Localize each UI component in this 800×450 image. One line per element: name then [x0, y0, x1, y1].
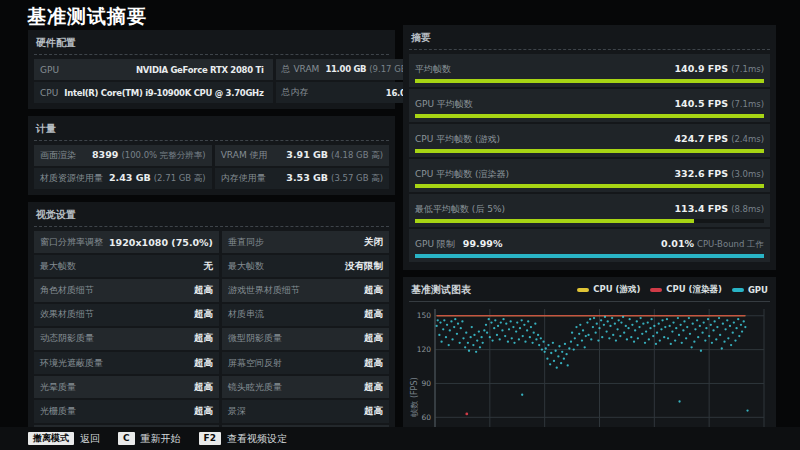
right-column: 摘要 平均帧数 140.9 FPS(7.1ms)	[403, 25, 776, 450]
setting-row: 角色材质细节 超高	[34, 279, 219, 301]
summary-label: 最低平均帧数 (后 5%)	[415, 204, 505, 214]
setting-row: 窗口分辨率调整 1920x1080 (75.0%)	[34, 231, 219, 253]
summary-label: CPU 平均帧数 (游戏)	[415, 134, 500, 144]
setting-row: 光栅质量 超高	[34, 400, 219, 422]
summary-value-note: (2.4ms)	[731, 134, 764, 144]
summary-value-note: (8.8ms)	[731, 204, 764, 214]
setting-value: 超高	[364, 332, 383, 345]
setting-value: 超高	[194, 405, 213, 418]
metrics-value: 3.53 GB(3.57 GB 高)	[286, 172, 383, 185]
footer-shortcut-label: 返回	[80, 432, 100, 446]
hardware-label: CPU	[40, 88, 58, 98]
legend-item: GPU	[732, 285, 768, 295]
legend-label: GPU	[748, 285, 768, 295]
summary-bar-track	[415, 114, 764, 118]
setting-value: 超高	[194, 357, 213, 370]
summary-value-note: (3.0ms)	[731, 169, 764, 179]
summary-value: 0.01%	[661, 238, 694, 249]
hardware-label: 总内存	[282, 86, 309, 99]
setting-value: 超高	[194, 308, 213, 321]
summary-label: GPU 平均帧数	[415, 99, 473, 109]
metrics-value-note: (3.57 GB 高)	[331, 173, 383, 183]
hardware-grid: GPU NVIDIA GeForce RTX 2080 Ti 总 VRAM 11…	[34, 59, 389, 103]
legend-label: CPU (渲染器)	[666, 284, 722, 296]
hardware-cell: CPU Intel(R) Core(TM) i9-10900K CPU @ 3.…	[34, 82, 273, 103]
setting-label: 环境光遮蔽质量	[40, 357, 103, 370]
metrics-grid: 画面渲染 8399(100.0% 完整分辨率) VRAM 使用 3.91 GB(…	[34, 145, 389, 189]
setting-row: 微型阴影质量 超高	[222, 328, 389, 350]
setting-row: 环境光遮蔽质量 超高	[34, 352, 219, 374]
setting-value: 超高	[194, 284, 213, 297]
metrics-panel: 计量 画面渲染 8399(100.0% 完整分辨率) VRAM 使用 3.91 …	[28, 116, 395, 195]
chart-title: 基准测试图表	[411, 283, 471, 297]
footer-items: 撤离模式 返回 C 重新开始 F2 查看视频设定	[28, 432, 287, 446]
setting-value: 1920x1080 (75.0%)	[109, 237, 213, 248]
benchmark-summary-screen: 基准测试摘要 硬件配置 GPU NVIDIA GeForce RTX 2080 …	[0, 0, 800, 450]
summary-bar	[415, 254, 764, 258]
metrics-label: 画面渲染	[40, 149, 76, 162]
summary-bar-track	[415, 79, 764, 83]
metrics-value-note: (2.71 GB 高)	[154, 173, 206, 183]
setting-row: 垂直同步 关闭	[222, 231, 389, 253]
summary-row: CPU 平均帧数 (游戏) 424.7 FPS(2.4ms)	[409, 124, 770, 157]
setting-label: 光晕质量	[40, 381, 76, 394]
legend-swatch-icon	[650, 288, 662, 293]
setting-row: 最大帧数 无	[34, 255, 219, 277]
summary-row: GPU 平均帧数 140.5 FPS(7.1ms)	[409, 89, 770, 122]
setting-row: 景深 超高	[222, 400, 389, 422]
footer-shortcut[interactable]: 撤离模式 返回	[28, 432, 100, 446]
hardware-panel: 硬件配置 GPU NVIDIA GeForce RTX 2080 Ti 总 VR…	[28, 30, 395, 109]
benchmark-chart-panel: 基准测试图表 CPU (游戏) CPU (渲染器)	[403, 277, 776, 450]
keycap[interactable]: 撤离模式	[28, 432, 74, 446]
footer-shortcut[interactable]: C 重新开始	[118, 432, 181, 446]
summary-value: 140.5 FPS	[674, 98, 728, 109]
keycap[interactable]: F2	[199, 432, 221, 446]
summary-label: GPU 限制	[415, 239, 455, 249]
setting-row: 动态阴影质量 超高	[34, 328, 219, 350]
metrics-label: 内存使用量	[221, 172, 266, 185]
legend-label: CPU (游戏)	[593, 284, 640, 296]
metrics-value: 3.91 GB(4.18 GB 高)	[286, 149, 383, 162]
footer-shortcut[interactable]: F2 查看视频设定	[199, 432, 287, 446]
keycap[interactable]: C	[118, 432, 135, 446]
setting-label: 光栅质量	[40, 405, 76, 418]
summary-bar-track	[415, 219, 764, 223]
footer-bar: 撤离模式 返回 C 重新开始 F2 查看视频设定	[0, 427, 800, 450]
summary-row: CPU 平均帧数 (渲染器) 332.6 FPS(3.0ms)	[409, 159, 770, 192]
svg-text:90: 90	[421, 379, 431, 388]
setting-label: 角色材质细节	[40, 284, 94, 297]
legend-item: CPU (游戏)	[577, 284, 640, 296]
footer-shortcut-label: 重新开始	[141, 432, 181, 446]
summary-row: 最低平均帧数 (后 5%) 113.4 FPS(8.8ms)	[409, 194, 770, 227]
setting-row: 最大帧数 没有限制	[222, 255, 389, 277]
metrics-value-note: (4.18 GB 高)	[331, 150, 383, 160]
summary-value-note: CPU-Bound 工作	[697, 239, 764, 249]
summary-value-note: (7.1ms)	[731, 64, 764, 74]
summary-bar	[415, 149, 764, 153]
footer-shortcut-label: 查看视频设定	[227, 432, 287, 446]
summary-bar-track	[415, 254, 764, 258]
metrics-cell: 内存使用量 3.53 GB(3.57 GB 高)	[215, 168, 389, 189]
setting-value: 超高	[364, 284, 383, 297]
summary-bar	[415, 184, 764, 188]
setting-row: 镜头眩光质量 超高	[222, 376, 389, 398]
setting-value: 超高	[364, 357, 383, 370]
page-title: 基准测试摘要	[27, 4, 147, 30]
setting-label: 效果材质细节	[40, 308, 94, 321]
summary-value: 140.9 FPS	[674, 63, 728, 74]
metrics-value: 8399(100.0% 完整分辨率)	[92, 149, 206, 162]
svg-text:120: 120	[417, 345, 432, 354]
setting-row: 光晕质量 超高	[34, 376, 219, 398]
metrics-value: 2.43 GB(2.71 GB 高)	[109, 172, 206, 185]
svg-text:帧数 (FPS): 帧数 (FPS)	[410, 377, 419, 416]
legend-swatch-icon	[577, 288, 589, 293]
setting-row: 材质串流 超高	[222, 304, 389, 326]
metrics-cell: VRAM 使用 3.91 GB(4.18 GB 高)	[215, 145, 389, 166]
summary-bar	[415, 219, 694, 223]
summary-inline-value: 99.99%	[463, 238, 503, 249]
summary-value: 424.7 FPS	[674, 133, 728, 144]
setting-label: 镜头眩光质量	[228, 381, 282, 394]
summary-label: CPU 平均帧数 (渲染器)	[415, 169, 509, 179]
setting-label: 最大帧数	[40, 260, 76, 273]
summary-row: GPU 限制99.99% 0.01%CPU-Bound 工作	[409, 229, 770, 262]
